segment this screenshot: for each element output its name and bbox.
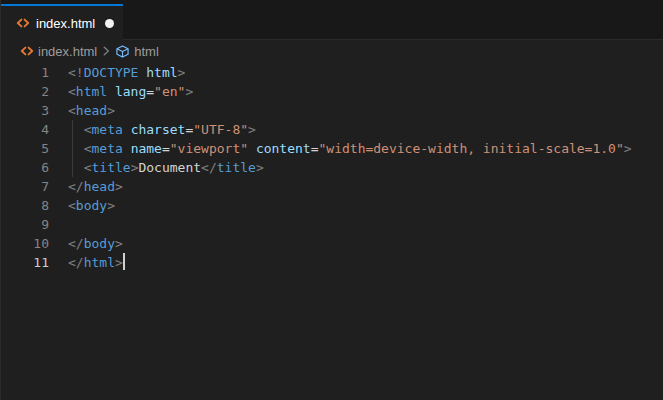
line-number: 9 — [1, 215, 49, 234]
indent-guide — [72, 139, 73, 158]
code-text: </body> — [49, 234, 123, 253]
code-line[interactable]: 9 — [1, 215, 663, 234]
line-number: 7 — [1, 177, 49, 196]
chevron-right-icon — [99, 44, 113, 58]
code-text: <meta charset="UTF-8"> — [49, 120, 256, 139]
breadcrumb-symbol-html[interactable]: html — [115, 44, 159, 59]
code-text: <meta name="viewport" content="width=dev… — [49, 139, 632, 158]
line-number: 3 — [1, 101, 49, 120]
line-number: 10 — [1, 234, 49, 253]
line-number: 5 — [1, 139, 49, 158]
code-line[interactable]: 10</body> — [1, 234, 663, 253]
modified-indicator-dot[interactable] — [105, 19, 114, 28]
code-line[interactable]: 6 <title>Document</title> — [1, 158, 663, 177]
tab-title: index.html — [36, 16, 95, 31]
breadcrumb-file[interactable]: index.html — [20, 44, 97, 59]
code-editor[interactable]: 1<!DOCTYPE html>2<html lang="en">3<head>… — [1, 62, 663, 272]
code-text: <head> — [49, 101, 115, 120]
vscode-window: index.html index.html — [0, 0, 663, 400]
tab-index-html[interactable]: index.html — [1, 4, 123, 40]
line-number: 2 — [1, 82, 49, 101]
tab-bar: index.html — [1, 0, 663, 40]
code-text: <title>Document</title> — [49, 158, 264, 177]
line-number: 4 — [1, 120, 49, 139]
line-number: 11 — [1, 253, 49, 272]
code-text — [49, 215, 68, 234]
code-line[interactable]: 3<head> — [1, 101, 663, 120]
code-text: </head> — [49, 177, 123, 196]
code-line[interactable]: 1<!DOCTYPE html> — [1, 63, 663, 82]
breadcrumb-symbol-label: html — [134, 44, 159, 59]
indent-guide — [72, 120, 73, 139]
code-line[interactable]: 8<body> — [1, 196, 663, 215]
html-file-icon — [20, 44, 34, 58]
code-line[interactable]: 11</html> — [1, 253, 663, 272]
line-number: 8 — [1, 196, 49, 215]
line-number: 1 — [1, 63, 49, 82]
breadcrumb: index.html html — [1, 40, 663, 62]
line-number: 6 — [1, 158, 49, 177]
breadcrumb-file-label: index.html — [38, 44, 97, 59]
code-line[interactable]: 2<html lang="en"> — [1, 82, 663, 101]
html-file-icon — [16, 16, 30, 30]
code-text: </html> — [49, 253, 125, 272]
code-text: <body> — [49, 196, 115, 215]
code-line[interactable]: 7</head> — [1, 177, 663, 196]
code-line[interactable]: 5 <meta name="viewport" content="width=d… — [1, 139, 663, 158]
symbol-field-icon — [115, 44, 130, 59]
code-text: <!DOCTYPE html> — [49, 63, 185, 82]
code-line[interactable]: 4 <meta charset="UTF-8"> — [1, 120, 663, 139]
text-cursor — [123, 253, 125, 270]
indent-guide — [72, 158, 73, 177]
code-text: <html lang="en"> — [49, 82, 193, 101]
